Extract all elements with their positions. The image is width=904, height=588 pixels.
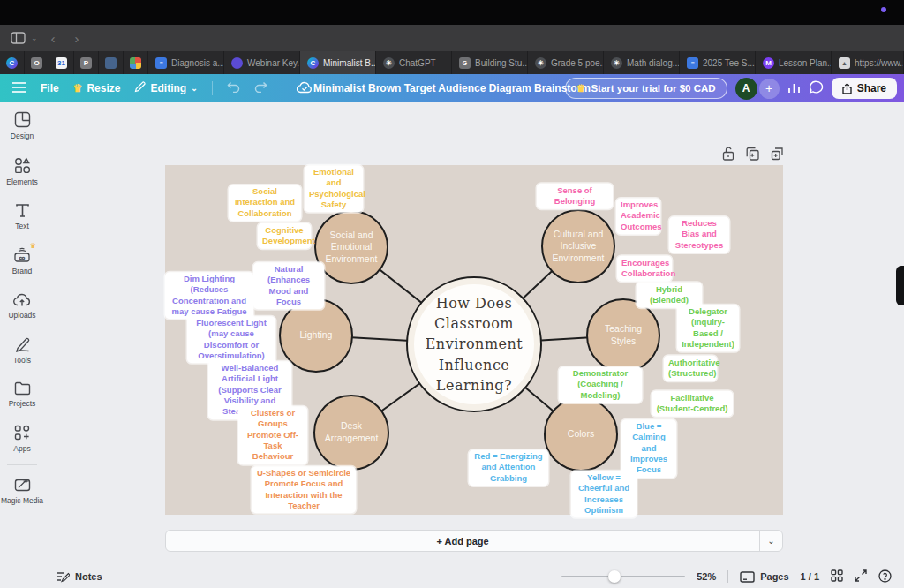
- grid-view-icon[interactable]: [831, 569, 843, 584]
- screen-edge-notch: [896, 266, 904, 305]
- browser-tab[interactable]: ≡2025 Tee S...: [680, 51, 756, 74]
- notes-button[interactable]: Notes: [56, 571, 102, 583]
- sidebar-item-label: Elements: [6, 177, 37, 186]
- start-trial-button[interactable]: ♛ Start your trial for $0 CAD: [565, 78, 727, 99]
- sticky-label[interactable]: Dim Lighting (Reduces Concentration and …: [165, 272, 253, 319]
- help-icon[interactable]: [878, 569, 892, 584]
- add-page-dropdown-icon[interactable]: ⌄: [759, 531, 782, 551]
- zoom-percent[interactable]: 52%: [697, 571, 716, 582]
- sidebar-item-label: Text: [15, 222, 29, 230]
- resize-button[interactable]: ♛ Resize: [73, 82, 121, 94]
- svg-text:co: co: [19, 255, 26, 260]
- sticky-label[interactable]: Improves Academic Outcomes: [616, 198, 660, 234]
- zoom-slider-thumb[interactable]: [608, 570, 621, 583]
- browser-tab[interactable]: MLesson Plan...: [756, 51, 832, 74]
- duplicate-page-icon[interactable]: [746, 147, 759, 164]
- sticky-label[interactable]: Reduces Bias and Stereotypes: [669, 216, 729, 253]
- design-canvas[interactable]: Social and Emotional EnvironmentCultural…: [165, 165, 783, 515]
- sticky-label[interactable]: Authoritative (Structured): [664, 356, 717, 381]
- document-title[interactable]: Minimalist Brown Target Audience Diagram…: [313, 74, 591, 102]
- sticky-label[interactable]: Social Interaction and Collaboration: [229, 185, 301, 221]
- pinned-tab-blueapp[interactable]: [99, 51, 124, 74]
- sticky-label[interactable]: Natural (Enhances Mood and Focus: [253, 262, 324, 309]
- browser-tab[interactable]: CMinimalist B...: [300, 51, 376, 74]
- zoom-slider[interactable]: [561, 576, 685, 577]
- diagram-node[interactable]: Cultural and Inclusive Environment: [541, 209, 615, 283]
- add-page-below-icon[interactable]: [771, 147, 784, 164]
- p-favicon: P: [80, 57, 92, 69]
- editing-mode-dropdown[interactable]: Editing ⌄: [134, 81, 197, 95]
- sticky-label[interactable]: Facilitative (Student-Centred): [652, 391, 733, 417]
- sticky-label[interactable]: Delegator (Inquiry-Based / Independent): [677, 305, 739, 351]
- diagram-center-node[interactable]: How Does Classroom Environment Influence…: [406, 276, 542, 412]
- brand-icon: co: [13, 247, 31, 263]
- pinned-tab-gcal[interactable]: 31: [49, 51, 74, 74]
- sticky-label[interactable]: Red = Energizing and Attention Grabbing: [469, 449, 548, 486]
- account-avatar[interactable]: A: [735, 78, 757, 100]
- tab-label: Diagnosis a...: [171, 58, 224, 68]
- sticky-label[interactable]: Blue = Calming and Improves Focus: [622, 419, 676, 478]
- tab-label: Minimalist B...: [323, 58, 376, 68]
- pinned-tab-mosaic[interactable]: [124, 51, 148, 74]
- sidebar-item-tools[interactable]: Tools: [0, 328, 44, 373]
- browser-tab[interactable]: ✳Grade 5 poe...: [528, 51, 604, 74]
- pages-button[interactable]: Pages: [740, 571, 788, 583]
- sticky-label[interactable]: U-Shapes or Semicircle Promote Focus and…: [252, 466, 356, 513]
- sticky-label[interactable]: Yellow = Cheerful and Increases Optimism: [571, 471, 637, 517]
- sticky-label[interactable]: Fluorescent Light (may cause Discomfort …: [187, 316, 275, 363]
- browser-tab[interactable]: ▲https://www...: [832, 51, 904, 74]
- browser-toolbar: ⌄ ‹ › G canva.com ⟳ +: [0, 25, 904, 51]
- pinned-tab-o[interactable]: O: [25, 51, 49, 74]
- canva-sidebar: DesignElementsText♛coBrandUploadsToolsPr…: [0, 102, 44, 565]
- unlock-icon[interactable]: [722, 147, 734, 164]
- browser-tab[interactable]: GBuilding Stu...: [452, 51, 528, 74]
- node-label: Cultural and Inclusive Environment: [546, 229, 611, 265]
- sticky-label[interactable]: Clusters or Groups Promote Off-Task Beha…: [238, 406, 307, 464]
- sidebar-toggle-icon[interactable]: [11, 32, 26, 44]
- sticky-label[interactable]: Emotional and Psychological Safety: [305, 165, 363, 212]
- diagram-node[interactable]: Lighting: [279, 298, 353, 373]
- sidebar-item-design[interactable]: Design: [0, 102, 44, 148]
- comments-icon[interactable]: [809, 80, 824, 97]
- diagram-node[interactable]: Social and Emotional Environment: [314, 210, 388, 284]
- add-page-button[interactable]: + Add page: [166, 536, 759, 547]
- forward-button-icon[interactable]: ›: [67, 32, 87, 45]
- sticky-label[interactable]: Cognitive Development: [258, 223, 311, 249]
- undo-icon[interactable]: [227, 81, 240, 95]
- tab-label: Building Stu...: [475, 58, 528, 68]
- redo-icon[interactable]: [254, 81, 267, 95]
- sidebar-item-projects[interactable]: Projects: [0, 373, 44, 416]
- browser-tab[interactable]: ✳ChatGPT: [376, 51, 452, 74]
- webinar-favicon: [231, 57, 243, 69]
- sidebar-chevron-icon[interactable]: ⌄: [29, 34, 40, 42]
- main-menu-icon[interactable]: [12, 82, 26, 95]
- sticky-label[interactable]: Encourages Collaboration: [617, 256, 672, 282]
- browser-tab[interactable]: ≡Diagnosis a...: [148, 51, 224, 74]
- diagram-node[interactable]: Colors: [544, 397, 618, 471]
- diagram-node[interactable]: Teaching Styles: [586, 298, 660, 373]
- sidebar-item-label: Tools: [13, 356, 31, 365]
- share-button[interactable]: Share: [832, 78, 897, 99]
- pinned-tab-canva[interactable]: C: [0, 51, 25, 74]
- file-menu-button[interactable]: File: [41, 82, 59, 94]
- back-button-icon[interactable]: ‹: [43, 32, 64, 45]
- diagram-node[interactable]: Desk Arrangement: [313, 395, 389, 471]
- sticky-label[interactable]: Demonstrator (Coaching / Modeling): [559, 366, 642, 403]
- sidebar-item-brand[interactable]: ♛coBrand: [0, 238, 44, 283]
- sidebar-item-uploads[interactable]: Uploads: [0, 283, 44, 328]
- sticky-label[interactable]: Sense of Belonging: [537, 184, 613, 209]
- fullscreen-icon[interactable]: [855, 569, 867, 584]
- browser-tab[interactable]: ✳Math dialog...: [604, 51, 680, 74]
- cloud-save-status-icon: [297, 81, 313, 96]
- sidebar-item-elements[interactable]: Elements: [0, 148, 44, 194]
- browser-tab[interactable]: Webinar Key...: [224, 51, 300, 74]
- docs-favicon: ≡: [687, 57, 698, 69]
- add-member-button[interactable]: +: [759, 79, 780, 99]
- pinned-tab-p[interactable]: P: [74, 51, 99, 74]
- sidebar-item-magic-media[interactable]: Magic Media: [0, 469, 44, 513]
- sticky-label[interactable]: Hybrid (Blended): [637, 283, 702, 308]
- chatgpt-favicon: ✳: [383, 57, 395, 69]
- sidebar-item-apps[interactable]: Apps: [0, 416, 44, 461]
- insights-chart-icon[interactable]: [787, 81, 801, 96]
- sidebar-item-text[interactable]: Text: [0, 194, 44, 238]
